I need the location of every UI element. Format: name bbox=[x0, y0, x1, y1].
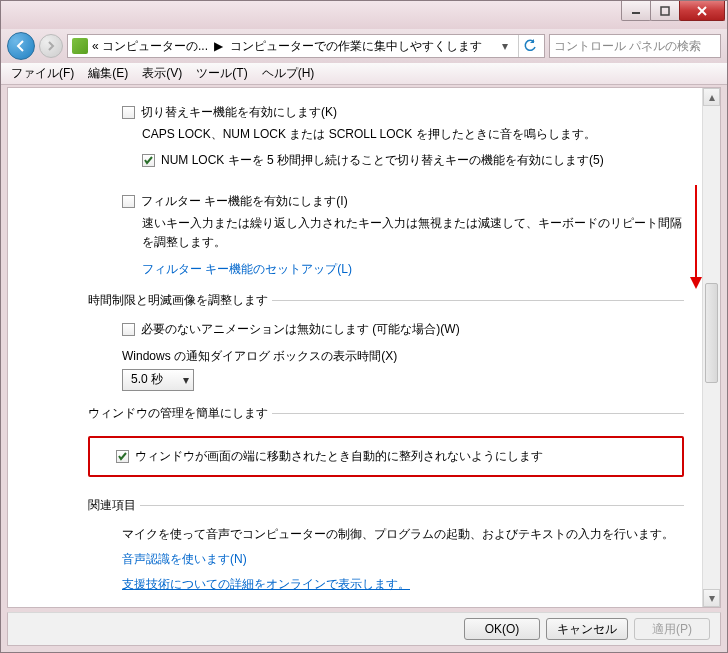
refresh-button[interactable] bbox=[518, 35, 540, 57]
notify-duration-combobox[interactable]: 5.0 秒 ▾ bbox=[122, 369, 194, 391]
cancel-button[interactable]: キャンセル bbox=[546, 618, 628, 640]
related-legend: 関連項目 bbox=[88, 497, 140, 514]
disable-animations-checkbox[interactable] bbox=[122, 323, 135, 336]
forward-button[interactable] bbox=[39, 34, 63, 58]
breadcrumb: « コンピューターの... ▶ コンピューターでの作業に集中しやすくします bbox=[92, 38, 492, 55]
assistive-tech-link[interactable]: 支援技術についての詳細をオンラインで表示します。 bbox=[122, 577, 410, 591]
numlock-checkbox-row: NUM LOCK キーを 5 秒間押し続けることで切り替えキーの機能を有効にしま… bbox=[142, 152, 684, 169]
menu-help[interactable]: ヘルプ(H) bbox=[256, 63, 321, 84]
menu-edit[interactable]: 編集(E) bbox=[82, 63, 134, 84]
window-management-legend: ウィンドウの管理を簡単にします bbox=[88, 405, 272, 422]
minimize-button[interactable] bbox=[621, 1, 651, 21]
filter-keys-setup-link[interactable]: フィルター キー機能のセットアップ(L) bbox=[142, 262, 352, 276]
speech-recognition-link[interactable]: 音声認識を使います(N) bbox=[122, 552, 247, 566]
filter-keys-checkbox[interactable] bbox=[122, 195, 135, 208]
snap-checkbox[interactable] bbox=[116, 450, 129, 463]
numlock-checkbox[interactable] bbox=[142, 154, 155, 167]
button-bar: OK(O) キャンセル 適用(P) bbox=[7, 612, 721, 646]
toggle-keys-label: 切り替えキー機能を有効にします(K) bbox=[141, 104, 337, 121]
snap-label: ウィンドウが画面の端に移動されたとき自動的に整列されないようにします bbox=[135, 448, 543, 465]
scroll-thumb[interactable] bbox=[705, 283, 718, 383]
related-group: 関連項目 マイクを使って音声でコンピューターの制御、プログラムの起動、およびテキ… bbox=[88, 497, 684, 593]
toggle-keys-checkbox-row: 切り替えキー機能を有効にします(K) bbox=[122, 104, 684, 121]
snap-option-highlight: ウィンドウが画面の端に移動されたとき自動的に整列されないようにします bbox=[88, 436, 684, 477]
back-button[interactable] bbox=[7, 32, 35, 60]
menu-file[interactable]: ファイル(F) bbox=[5, 63, 80, 84]
notify-duration-value: 5.0 秒 bbox=[131, 371, 163, 388]
scroll-up-button[interactable]: ▴ bbox=[703, 88, 720, 106]
breadcrumb-separator-icon[interactable]: ▶ bbox=[214, 39, 223, 53]
notify-duration-label: Windows の通知ダイアログ ボックスの表示時間(X) bbox=[122, 348, 684, 365]
address-bar[interactable]: « コンピューターの... ▶ コンピューターでの作業に集中しやすくします ▾ bbox=[67, 34, 545, 58]
mic-description: マイクを使って音声でコンピューターの制御、プログラムの起動、およびテキストの入力… bbox=[122, 526, 684, 543]
content-scroll-region: 切り替えキー機能を有効にします(K) CAPS LOCK、NUM LOCK また… bbox=[8, 88, 702, 607]
search-input[interactable]: コントロール パネルの検索 bbox=[549, 34, 721, 58]
filter-keys-description: 速いキー入力または繰り返し入力されたキー入力は無視または減速して、キーボードのリ… bbox=[142, 214, 684, 252]
disable-animations-row: 必要のないアニメーションは無効にします (可能な場合)(W) bbox=[122, 321, 684, 338]
vertical-scrollbar[interactable]: ▴ ▾ bbox=[702, 88, 720, 607]
title-bar bbox=[1, 1, 727, 29]
window-management-group: ウィンドウの管理を簡単にします ウィンドウが画面の端に移動されたとき自動的に整列… bbox=[88, 405, 684, 483]
chevron-down-icon: ▾ bbox=[183, 373, 189, 387]
nav-bar: « コンピューターの... ▶ コンピューターでの作業に集中しやすくします ▾ … bbox=[1, 29, 727, 63]
filter-keys-label: フィルター キー機能を有効にします(I) bbox=[141, 193, 348, 210]
numlock-label: NUM LOCK キーを 5 秒間押し続けることで切り替えキーの機能を有効にしま… bbox=[161, 152, 604, 169]
menu-bar: ファイル(F) 編集(E) 表示(V) ツール(T) ヘルプ(H) bbox=[1, 63, 727, 85]
snap-checkbox-row: ウィンドウが画面の端に移動されたとき自動的に整列されないようにします bbox=[116, 448, 674, 465]
svg-rect-1 bbox=[661, 7, 669, 15]
address-dropdown-icon[interactable]: ▾ bbox=[496, 39, 514, 53]
time-limits-group: 時間制限と明滅画像を調整します 必要のないアニメーションは無効にします (可能な… bbox=[88, 292, 684, 391]
control-panel-icon bbox=[72, 38, 88, 54]
menu-tools[interactable]: ツール(T) bbox=[190, 63, 253, 84]
menu-view[interactable]: 表示(V) bbox=[136, 63, 188, 84]
search-placeholder: コントロール パネルの検索 bbox=[554, 38, 701, 55]
breadcrumb-part-2[interactable]: コンピューターでの作業に集中しやすくします bbox=[230, 39, 482, 53]
filter-keys-checkbox-row: フィルター キー機能を有効にします(I) bbox=[122, 193, 684, 210]
toggle-keys-description: CAPS LOCK、NUM LOCK または SCROLL LOCK を押したと… bbox=[142, 125, 684, 144]
apply-button[interactable]: 適用(P) bbox=[634, 618, 710, 640]
breadcrumb-part-1[interactable]: « コンピューターの... bbox=[92, 39, 208, 53]
toggle-keys-checkbox[interactable] bbox=[122, 106, 135, 119]
disable-animations-label: 必要のないアニメーションは無効にします (可能な場合)(W) bbox=[141, 321, 460, 338]
close-button[interactable] bbox=[679, 1, 725, 21]
content-panel: 切り替えキー機能を有効にします(K) CAPS LOCK、NUM LOCK また… bbox=[7, 87, 721, 608]
ok-button[interactable]: OK(O) bbox=[464, 618, 540, 640]
scroll-down-button[interactable]: ▾ bbox=[703, 589, 720, 607]
maximize-button[interactable] bbox=[650, 1, 680, 21]
window-frame: « コンピューターの... ▶ コンピューターでの作業に集中しやすくします ▾ … bbox=[0, 0, 728, 653]
time-limits-legend: 時間制限と明滅画像を調整します bbox=[88, 292, 272, 309]
